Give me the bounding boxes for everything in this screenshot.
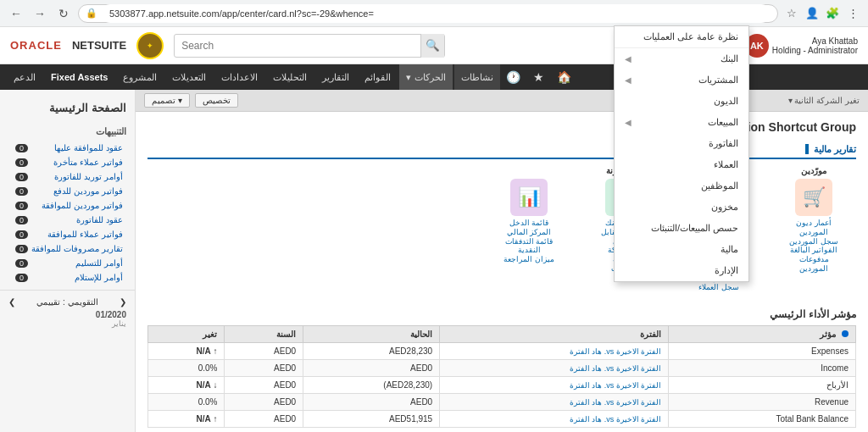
kpi-cell-period: الفترة الاخيرة vs. هاد الفترة — [440, 394, 669, 411]
dropdown-admin-label: الإدارة — [715, 265, 738, 276]
financial-statements-label — [528, 166, 531, 175]
nav-item-harakat[interactable]: الحركات ▾ — [399, 64, 452, 90]
dropdown-item-purchases[interactable]: المشتريات ◀ — [615, 69, 748, 91]
sidebar-item-receipt[interactable]: أوامر للإستلام 0 — [0, 270, 135, 285]
vendors-card-group: مورّدين 🛒 أعمار ديون الموردينسجل الموردي… — [771, 166, 856, 291]
kpi-cell-change: ↑ N/A — [148, 343, 225, 360]
cal-next-icon[interactable]: ❯ — [8, 297, 15, 307]
dropdown-clients-label: العملاء — [714, 159, 738, 170]
dropdown-finance-label: مالية — [721, 244, 738, 255]
nav-item-fixed-assets[interactable]: Fixed Assets — [44, 64, 114, 90]
kpi-section: مؤشر الأداء الرئيسي مؤثر الفترة الحالية … — [136, 302, 868, 432]
top-bar-right-actions: تخصيص ▾ تصميم — [144, 93, 238, 108]
chevron-right-icon-2: ◀ — [625, 75, 632, 85]
kpi-row: Income الفترة الاخيرة vs. هاد الفترة AED… — [148, 360, 856, 377]
user-group[interactable]: AK Aya Khattab Holding - Administrator — [745, 34, 858, 58]
chevron-right-icon: ◀ — [625, 54, 632, 64]
kpi-table: مؤثر الفترة الحالية السنة تغير Expenses … — [147, 325, 856, 428]
dropdown-item-clients[interactable]: العملاء — [615, 154, 748, 175]
alerts-section: التنبيهات عقود للموافقة عليها 0 فواتير ع… — [0, 123, 135, 285]
kpi-row: Revenue الفترة الاخيرة vs. هاد الفترة AE… — [148, 394, 856, 411]
kpi-cell-change: 0.0% — [148, 360, 225, 377]
bookmark-icon[interactable]: ☆ — [783, 5, 800, 22]
search-bar: 🔍 — [174, 34, 445, 58]
sidebar-item-customer-approval[interactable]: فواتير عملاء للموافقة 0 — [0, 227, 135, 241]
vendors-card-text: أعمار ديون الموردينسجل الموردينالفواتير … — [788, 219, 839, 274]
nav-item-qawaem[interactable]: القوائم — [358, 64, 398, 90]
kpi-indicator-dot — [842, 330, 849, 337]
dropdown-forecasts-label: حسص المبيعات/التنبئات — [651, 223, 738, 234]
financial-statements-card[interactable]: 📊 قائمة الدخلالمركز الماليقائمة التدفقات… — [504, 179, 554, 264]
sidebar-item-contracts[interactable]: عقود للموافقة عليها 0 — [0, 141, 135, 155]
refresh-button[interactable]: ↻ — [54, 4, 73, 23]
nav-item-nashata[interactable]: نشاطات — [454, 64, 500, 90]
forward-button[interactable]: → — [31, 4, 49, 23]
cal-prev-icon[interactable]: ❮ — [120, 297, 126, 307]
nav-quick-icons: 🕐 ★ 🏠 — [502, 65, 576, 89]
kpi-cell-indicator: Total Bank Balance — [669, 411, 856, 428]
kpi-cell-ytd: AED0 — [225, 411, 303, 428]
kpi-cell-current: (AED28,230) — [303, 377, 440, 394]
company-switcher[interactable]: تغير الشركة الثانية ▾ — [788, 96, 860, 105]
dropdown-item-sales[interactable]: المبيعات ◀ — [615, 112, 748, 133]
dropdown-top-item[interactable]: نظرة عامة على العمليات — [615, 26, 748, 48]
extension-icon[interactable]: 🧩 — [824, 5, 841, 22]
nav-item-tahlilat[interactable]: التحليلات — [266, 64, 314, 90]
dropdown-item-finance[interactable]: مالية — [615, 239, 748, 260]
financial-reports-header: تقارير مالية — [147, 144, 856, 159]
sidebar-item-contract-invoice[interactable]: عقود للفاتورة 0 — [0, 213, 135, 227]
kpi-cell-change: ↓ N/A — [148, 377, 225, 394]
alerts-title: التنبيهات — [0, 123, 135, 141]
chevron-right-icon-3: ◀ — [625, 118, 632, 127]
search-button[interactable]: 🔍 — [420, 34, 444, 58]
nav-home-icon[interactable]: 🏠 — [553, 65, 576, 89]
nav-item-taadilat[interactable]: التعديلات — [165, 64, 213, 90]
dropdown-invoice-label: الفاتورة — [709, 138, 738, 149]
customize-button[interactable]: تخصيص — [195, 93, 238, 108]
sidebar-item-supply-orders[interactable]: أوامر توريد للفاتورة 0 — [0, 169, 135, 184]
kpi-cell-indicator: Income — [669, 360, 856, 377]
oracle-logo: ORACLE — [10, 39, 62, 52]
dropdown-item-inventory[interactable]: مخزون — [615, 197, 748, 218]
url-input[interactable] — [101, 4, 771, 23]
netsuite-logo: NETSUITE — [72, 39, 126, 52]
kpi-cell-period: الفترة الاخيرة vs. هاد الفترة — [440, 343, 669, 360]
kpi-cell-period: الفترة الاخيرة vs. هاد الفترة — [440, 360, 669, 377]
design-button[interactable]: ▾ تصميم — [144, 93, 190, 108]
nav-item-daem[interactable]: الدعم — [7, 64, 42, 90]
vendors-cards: 🛒 أعمار ديون الموردينسجل الموردينالفواتي… — [788, 179, 839, 274]
kpi-cell-current: AED0 — [303, 394, 440, 411]
back-button[interactable]: ← — [7, 4, 25, 23]
kpi-cell-change: ↑ N/A — [148, 411, 225, 428]
kpi-col-ytd: السنة — [225, 326, 303, 343]
sidebar-item-vendor-approval[interactable]: فواتير موردين للموافقة 0 — [0, 198, 135, 213]
sidebar-item-expense-reports[interactable]: تقارير مصروفات للموافقة 0 — [0, 241, 135, 256]
nav-item-edadat[interactable]: الاعدادات — [214, 64, 264, 90]
dropdown-item-admin[interactable]: الإدارة — [615, 260, 748, 281]
sidebar-item-late-invoices[interactable]: فواتير عملاء متأخرة 0 — [0, 155, 135, 169]
dropdown-item-forecasts[interactable]: حسص المبيعات/التنبئات — [615, 218, 748, 239]
kpi-cell-indicator: Expenses — [669, 343, 856, 360]
menu-icon[interactable]: ⋮ — [844, 5, 861, 22]
browser-bar: ← → ↻ 🔒 ☆ 👤 🧩 ⋮ — [0, 0, 868, 27]
kpi-cell-ytd: AED0 — [225, 343, 303, 360]
dropdown-item-employees[interactable]: الموظفين — [615, 175, 748, 197]
profile-icon[interactable]: 👤 — [804, 5, 821, 22]
vendors-card[interactable]: 🛒 أعمار ديون الموردينسجل الموردينالفواتي… — [788, 179, 839, 274]
dropdown-employees-label: الموظفين — [701, 180, 738, 191]
nav-clock-icon[interactable]: 🕐 — [502, 65, 526, 89]
sidebar: الصفحة الرئيسية التنبيهات عقود للموافقة … — [0, 90, 136, 432]
financial-statements-icon: 📊 — [510, 179, 548, 216]
dropdown-item-debt[interactable]: الديون — [615, 91, 748, 112]
financial-reports-section: تقارير مالية مورّدين 🛒 أعمار ديون المورد… — [136, 137, 868, 298]
nav-item-taqarer[interactable]: التقارير — [315, 64, 356, 90]
search-input[interactable] — [175, 40, 420, 52]
dropdown-item-invoice[interactable]: الفاتورة — [615, 133, 748, 154]
dropdown-item-bank[interactable]: البنك ◀ — [615, 48, 748, 69]
nav-item-mashroo[interactable]: المشروع — [116, 64, 164, 90]
sidebar-item-vendor-payment[interactable]: فواتير موردين للدفع 0 — [0, 184, 135, 198]
kpi-cell-current: AED51,915 — [303, 411, 440, 428]
nav-star-icon[interactable]: ★ — [527, 65, 551, 89]
sidebar-item-delivery[interactable]: أوامر للتسليم 0 — [0, 256, 135, 270]
dropdown-purchases-label: المشتريات — [698, 75, 738, 86]
